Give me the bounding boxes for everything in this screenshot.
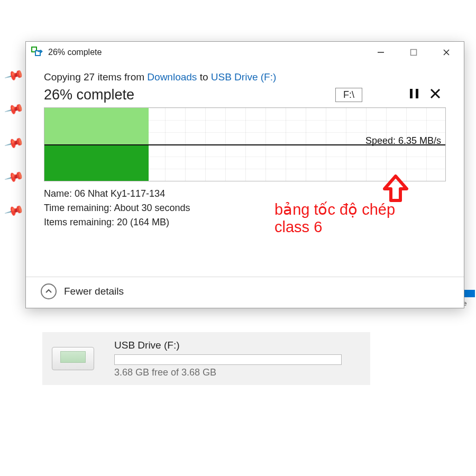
pin-icon: 📌 xyxy=(4,133,24,153)
items-remaining-label: Items remaining: xyxy=(44,217,117,227)
items-remaining-value: 20 (164 MB) xyxy=(117,217,169,227)
destination-link[interactable]: USB Drive (F:) xyxy=(211,71,277,83)
percent-complete: 26% complete xyxy=(44,87,335,103)
copy-prefix: Copying 27 items from xyxy=(44,71,147,83)
drive-capacity-bar xyxy=(114,354,342,365)
copy-mid: to xyxy=(197,71,210,83)
drive-card[interactable]: USB Drive (F:) 3.68 GB free of 3.68 GB xyxy=(42,332,370,385)
dialog-divider xyxy=(26,277,464,277)
minimize-button[interactable] xyxy=(364,42,397,63)
svg-rect-4 xyxy=(410,89,413,98)
fewer-details-toggle[interactable]: Fewer details xyxy=(41,283,124,299)
copy-icon: ➔ xyxy=(31,47,44,58)
annotation-arrow-icon xyxy=(380,174,411,208)
svg-rect-1 xyxy=(411,50,417,56)
speed-readout: Speed: 6.35 MB/s xyxy=(365,135,441,147)
pin-icon: 📌 xyxy=(4,99,24,119)
destination-drive-box[interactable]: F:\ xyxy=(335,88,362,102)
pin-icon: 📌 xyxy=(4,65,24,85)
annotation-line2: class 6 xyxy=(274,218,395,236)
copy-progress-dialog: ➔ 26% complete Copying 27 items from Dow… xyxy=(25,41,464,308)
cancel-button[interactable] xyxy=(425,86,446,103)
chevron-up-icon xyxy=(41,283,57,299)
svg-rect-5 xyxy=(416,89,418,98)
annotation-line1: bảng tốc độ chép xyxy=(274,200,395,218)
user-annotation: bảng tốc độ chép class 6 xyxy=(274,200,395,236)
copy-summary: Copying 27 items from Downloads to USB D… xyxy=(44,71,446,83)
usb-drive-icon xyxy=(50,342,97,376)
window-title: 26% complete xyxy=(48,48,102,57)
window-close-button[interactable] xyxy=(430,42,463,63)
speed-chart: Speed: 6.35 MB/s xyxy=(44,107,446,181)
titlebar[interactable]: ➔ 26% complete xyxy=(26,42,464,63)
pause-button[interactable] xyxy=(404,87,425,103)
pin-icon: 📌 xyxy=(4,167,24,187)
time-remaining-label: Time remaining: xyxy=(44,203,114,213)
drive-free-space: 3.68 GB free of 3.68 GB xyxy=(114,367,363,378)
name-value: 06 Nhat Ky1-117-134 xyxy=(75,188,165,199)
quick-access-pins: 📌 📌 📌 📌 📌 xyxy=(0,58,21,237)
source-link[interactable]: Downloads xyxy=(147,71,197,83)
chart-area-lower xyxy=(44,144,149,181)
pin-icon: 📌 xyxy=(4,200,24,221)
name-label: Name: xyxy=(44,188,75,199)
fewer-details-label: Fewer details xyxy=(64,286,124,297)
maximize-button[interactable] xyxy=(397,42,430,63)
time-remaining-value: About 30 seconds xyxy=(114,203,190,213)
chart-area-upper xyxy=(44,108,149,144)
drive-name: USB Drive (F:) xyxy=(114,340,363,351)
